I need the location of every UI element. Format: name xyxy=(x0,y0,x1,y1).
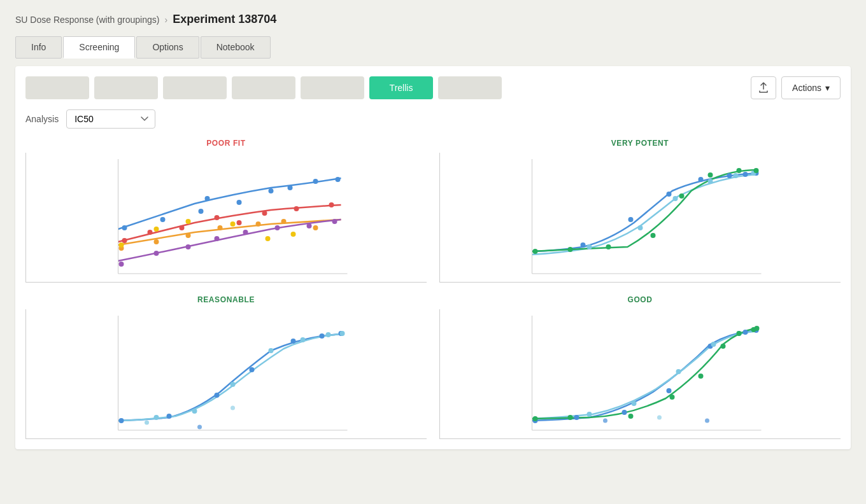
svg-point-15 xyxy=(294,206,299,211)
svg-point-43 xyxy=(699,177,704,182)
toolbar-btn-2[interactable] xyxy=(94,76,158,99)
svg-point-63 xyxy=(119,418,124,423)
svg-point-9 xyxy=(122,238,127,243)
svg-point-85 xyxy=(667,388,672,393)
tab-options[interactable]: Options xyxy=(136,36,199,59)
chart-svg-poor-fit xyxy=(25,153,427,283)
svg-point-34 xyxy=(186,219,191,224)
svg-point-76 xyxy=(340,331,345,336)
svg-point-4 xyxy=(237,200,242,205)
svg-point-92 xyxy=(711,342,716,347)
svg-point-23 xyxy=(313,225,318,230)
svg-point-28 xyxy=(243,230,248,235)
svg-point-21 xyxy=(256,221,261,227)
svg-point-66 xyxy=(250,367,255,372)
svg-point-11 xyxy=(180,225,185,230)
toolbar-btn-4[interactable] xyxy=(232,76,295,99)
svg-point-102 xyxy=(755,326,760,331)
svg-point-29 xyxy=(275,225,280,230)
svg-point-13 xyxy=(237,220,242,225)
svg-point-58 xyxy=(708,172,713,178)
svg-point-71 xyxy=(192,409,197,414)
svg-point-49 xyxy=(673,196,678,201)
svg-point-51 xyxy=(734,173,739,178)
chart-title-reasonable: REASONABLE xyxy=(197,295,255,304)
svg-point-33 xyxy=(154,227,159,232)
svg-point-98 xyxy=(699,374,704,379)
svg-point-56 xyxy=(651,233,656,238)
chart-title-very-potent: VERY POTENT xyxy=(611,139,669,148)
chart-very-potent: VERY POTENT xyxy=(439,139,841,283)
upload-icon xyxy=(758,82,769,94)
svg-point-6 xyxy=(288,185,293,190)
breadcrumb-separator: › xyxy=(164,15,167,25)
svg-point-96 xyxy=(628,414,634,419)
chart-svg-very-potent xyxy=(439,153,841,283)
svg-point-10 xyxy=(148,230,153,235)
chart-title-poor-fit: POOR FIT xyxy=(206,139,245,148)
svg-point-18 xyxy=(154,239,159,244)
svg-point-31 xyxy=(332,219,337,224)
svg-point-27 xyxy=(215,236,220,241)
svg-point-87 xyxy=(743,330,748,335)
svg-point-84 xyxy=(622,410,627,415)
tabs-bar: Info Screening Options Notebook xyxy=(15,36,851,59)
svg-point-32 xyxy=(119,242,124,248)
svg-point-99 xyxy=(721,344,726,349)
svg-point-26 xyxy=(186,244,191,249)
svg-point-103 xyxy=(603,419,607,423)
svg-point-36 xyxy=(266,236,271,241)
svg-point-94 xyxy=(533,416,538,421)
svg-point-2 xyxy=(199,209,204,214)
toolbar-btn-1[interactable] xyxy=(25,76,89,99)
chart-good: GOOD xyxy=(439,295,841,439)
toolbar-btn-5[interactable] xyxy=(301,76,364,99)
svg-point-45 xyxy=(743,172,748,177)
svg-point-60 xyxy=(754,168,759,173)
svg-point-65 xyxy=(215,393,220,398)
analysis-select[interactable]: IC50 EC50 Hill Slope xyxy=(66,109,155,129)
svg-point-90 xyxy=(632,401,637,406)
breadcrumb: SU Dose Response (with groupings) › Expe… xyxy=(15,13,851,26)
actions-button[interactable]: Actions ▾ xyxy=(781,76,841,99)
svg-point-54 xyxy=(568,247,573,252)
svg-point-7 xyxy=(313,179,318,184)
svg-point-104 xyxy=(705,419,709,423)
svg-point-64 xyxy=(167,414,172,419)
svg-point-22 xyxy=(281,219,287,224)
chart-reasonable: REASONABLE xyxy=(25,295,427,439)
svg-point-105 xyxy=(657,416,662,420)
svg-point-72 xyxy=(231,382,236,387)
svg-point-20 xyxy=(218,225,223,230)
svg-point-97 xyxy=(670,395,675,400)
toolbar-trellis-btn[interactable]: Trellis xyxy=(369,76,433,99)
upload-button[interactable] xyxy=(751,76,776,99)
analysis-row: Analysis IC50 EC50 Hill Slope xyxy=(25,109,841,129)
chart-svg-good xyxy=(439,309,841,439)
svg-point-75 xyxy=(326,332,331,337)
svg-point-44 xyxy=(727,173,732,178)
actions-label: Actions xyxy=(792,83,821,93)
svg-point-83 xyxy=(574,415,579,420)
svg-point-77 xyxy=(145,421,149,425)
svg-point-25 xyxy=(154,251,159,256)
breadcrumb-parent[interactable]: SU Dose Response (with groupings) xyxy=(15,15,159,25)
toolbar-btn-7[interactable] xyxy=(438,76,502,99)
svg-point-42 xyxy=(667,192,672,197)
svg-point-3 xyxy=(205,196,210,201)
tab-screening[interactable]: Screening xyxy=(63,36,135,59)
svg-point-78 xyxy=(197,425,202,430)
svg-point-8 xyxy=(336,177,341,182)
tab-info[interactable]: Info xyxy=(15,36,62,59)
tab-notebook[interactable]: Notebook xyxy=(201,36,271,59)
toolbar: Trellis Actions ▾ xyxy=(25,76,841,99)
svg-point-14 xyxy=(262,211,267,216)
svg-point-40 xyxy=(581,242,586,248)
chart-title-good: GOOD xyxy=(627,295,652,304)
toolbar-btn-3[interactable] xyxy=(163,76,227,99)
svg-point-67 xyxy=(291,339,296,344)
svg-point-79 xyxy=(231,406,235,410)
svg-point-70 xyxy=(154,415,159,420)
svg-point-37 xyxy=(291,232,296,237)
svg-point-12 xyxy=(215,215,220,220)
